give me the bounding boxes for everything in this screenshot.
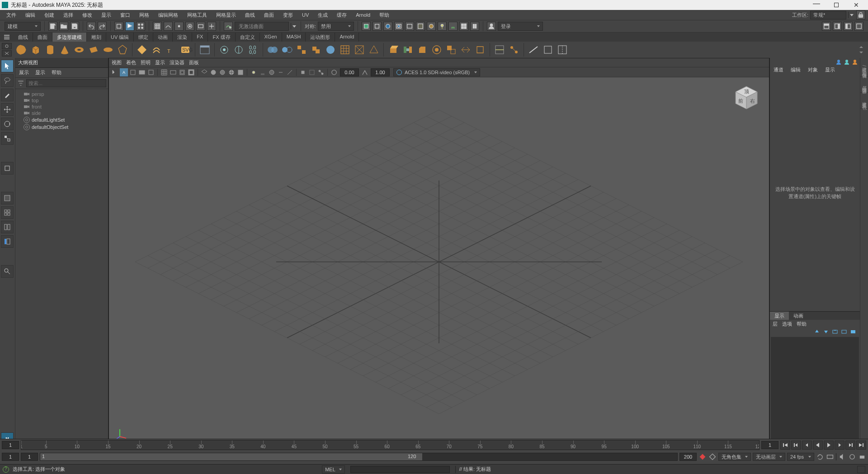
outliner-menu-help[interactable]: 帮助 bbox=[51, 69, 62, 76]
isolate-select-icon[interactable] bbox=[299, 68, 307, 76]
select-camera-icon[interactable] bbox=[111, 68, 119, 76]
rotate-tool[interactable] bbox=[1, 118, 14, 130]
reflection-icon[interactable] bbox=[232, 43, 245, 57]
menu-cache[interactable]: 缓存 bbox=[333, 11, 350, 19]
poly-sphere-icon[interactable] bbox=[14, 43, 28, 57]
outliner-item-side[interactable]: side bbox=[15, 110, 108, 116]
select-by-component-icon[interactable] bbox=[136, 22, 145, 31]
go-to-end-button[interactable] bbox=[856, 441, 866, 450]
shelf-tab-surfaces[interactable]: 曲面 bbox=[33, 33, 52, 42]
autokey-icon[interactable] bbox=[708, 453, 717, 461]
outliner-item-objectset[interactable]: defaultObjectSet bbox=[15, 123, 108, 131]
snap-live-icon[interactable] bbox=[207, 22, 216, 31]
range-start-field[interactable]: 1 bbox=[2, 453, 19, 461]
sidetab-editor[interactable]: 建模/动画编辑 bbox=[860, 58, 868, 77]
current-time-field[interactable]: 1 bbox=[2, 441, 19, 449]
time-slider[interactable]: 1510152025303540455055606570758085909510… bbox=[21, 440, 760, 450]
snap-point-icon[interactable] bbox=[175, 22, 184, 31]
maximize-button[interactable] bbox=[826, 0, 846, 10]
xray-joints-icon[interactable] bbox=[317, 68, 325, 76]
shelf-tab-anim[interactable]: 动画 bbox=[153, 33, 173, 42]
set-key-icon[interactable] bbox=[698, 453, 707, 461]
live-surface-toggle-icon[interactable] bbox=[224, 22, 233, 31]
sidetab-attr[interactable]: 属性编辑器 bbox=[860, 77, 868, 93]
character-set-selector[interactable]: 无角色集 bbox=[718, 453, 751, 461]
poly-disc-icon[interactable] bbox=[101, 43, 115, 57]
triangulate-icon[interactable] bbox=[367, 43, 381, 57]
vp-menu-shading[interactable]: 着色 bbox=[126, 59, 136, 66]
menu-mesh[interactable]: 网格 bbox=[136, 11, 153, 19]
person-blue-icon[interactable] bbox=[835, 59, 842, 65]
step-forward-button[interactable] bbox=[835, 441, 844, 450]
paint-select-tool[interactable] bbox=[1, 89, 14, 101]
layer-list[interactable] bbox=[771, 337, 859, 446]
image-plane-icon[interactable] bbox=[138, 68, 146, 76]
separate-icon[interactable] bbox=[280, 43, 294, 57]
smooth-icon[interactable] bbox=[295, 43, 308, 57]
sound-icon[interactable] bbox=[838, 453, 846, 461]
move-tool[interactable] bbox=[1, 103, 14, 116]
ao-icon[interactable] bbox=[268, 68, 276, 76]
target-weld-icon[interactable] bbox=[507, 43, 521, 57]
range-end-field[interactable]: 200 bbox=[679, 453, 697, 461]
shelf-tab-arnold[interactable]: Arnold bbox=[335, 33, 359, 42]
layer-tab-anim[interactable]: 动画 bbox=[789, 312, 808, 320]
loop-icon[interactable] bbox=[816, 453, 824, 461]
shelf-tab-fx[interactable]: FX bbox=[192, 33, 208, 42]
ipr-render-icon[interactable] bbox=[394, 22, 403, 31]
undo-icon[interactable] bbox=[87, 22, 96, 31]
active-surface-dropdown[interactable] bbox=[291, 23, 297, 29]
menu-modify[interactable]: 修改 bbox=[79, 11, 96, 19]
gamma-icon[interactable] bbox=[361, 68, 369, 76]
go-to-start-button[interactable] bbox=[780, 441, 790, 450]
cb-tab-channels[interactable]: 通道 bbox=[772, 66, 785, 74]
shelf-tab-rig[interactable]: 绑定 bbox=[134, 33, 153, 42]
camera-attr-icon[interactable]: A bbox=[120, 68, 128, 76]
vp-menu-renderer[interactable]: 渲染器 bbox=[170, 59, 184, 66]
workspace-selector[interactable]: 常规* bbox=[810, 11, 846, 19]
working-mode-selector[interactable]: 建模 bbox=[5, 22, 41, 31]
menu-display[interactable]: 显示 bbox=[98, 11, 115, 19]
cb-tab-show[interactable]: 显示 bbox=[823, 66, 837, 74]
shadows-icon[interactable] bbox=[259, 68, 267, 76]
antialiasing-icon[interactable] bbox=[286, 68, 294, 76]
step-back-button[interactable] bbox=[802, 441, 812, 450]
range-options-icon[interactable] bbox=[826, 453, 834, 461]
shelf-tab-uvedit[interactable]: UV 编辑 bbox=[106, 33, 134, 42]
shelf-tab-mash[interactable]: MASH bbox=[282, 33, 306, 42]
shelf-tab-polymodel[interactable]: 多边形建模 bbox=[52, 33, 87, 42]
xray-icon[interactable] bbox=[308, 68, 316, 76]
boolean-icon[interactable] bbox=[309, 43, 323, 57]
shelf-tab-render[interactable]: 渲染 bbox=[173, 33, 192, 42]
outliner-item-top[interactable]: top bbox=[15, 97, 108, 104]
poly-type-icon[interactable]: T bbox=[164, 43, 178, 57]
render-view-icon[interactable] bbox=[405, 22, 414, 31]
layer-new-icon[interactable] bbox=[850, 329, 857, 335]
command-line-input[interactable] bbox=[350, 466, 450, 473]
shelf-tab-custom[interactable]: 自定义 bbox=[236, 33, 260, 42]
svg-import-icon[interactable]: SVG bbox=[179, 43, 192, 57]
poly-platonic-icon[interactable] bbox=[116, 43, 129, 57]
poly-cube-icon[interactable] bbox=[29, 43, 42, 57]
single-pane-layout-icon[interactable] bbox=[1, 192, 14, 204]
layer-menu-layers[interactable]: 层 bbox=[773, 321, 778, 327]
light-editor-icon[interactable] bbox=[438, 22, 447, 31]
wireframe-icon[interactable] bbox=[200, 68, 208, 76]
cv-point-icon[interactable]: 0,00,0 bbox=[246, 43, 260, 57]
lasso-tool[interactable] bbox=[1, 74, 14, 87]
shelf-tab-xgen[interactable]: XGen bbox=[260, 33, 282, 42]
shelf-tab-curves[interactable]: 曲线 bbox=[14, 33, 33, 42]
last-tool-icon[interactable] bbox=[1, 162, 14, 175]
bevel-icon[interactable] bbox=[415, 43, 429, 57]
content-browser-icon[interactable] bbox=[459, 22, 468, 31]
remesh-icon[interactable] bbox=[338, 43, 352, 57]
snap-projected-center-icon[interactable] bbox=[185, 22, 194, 31]
anim-layer-selector[interactable]: 无动画层 bbox=[753, 453, 785, 461]
vp-menu-panels[interactable]: 面板 bbox=[189, 59, 199, 66]
layer-menu-options[interactable]: 选项 bbox=[782, 321, 792, 327]
menu-surfaces[interactable]: 曲面 bbox=[260, 11, 278, 19]
retopo-icon[interactable] bbox=[353, 43, 366, 57]
select-by-object-icon[interactable] bbox=[114, 22, 123, 31]
menu-uv[interactable]: UV bbox=[298, 11, 312, 19]
hypershade-icon[interactable] bbox=[427, 22, 436, 31]
